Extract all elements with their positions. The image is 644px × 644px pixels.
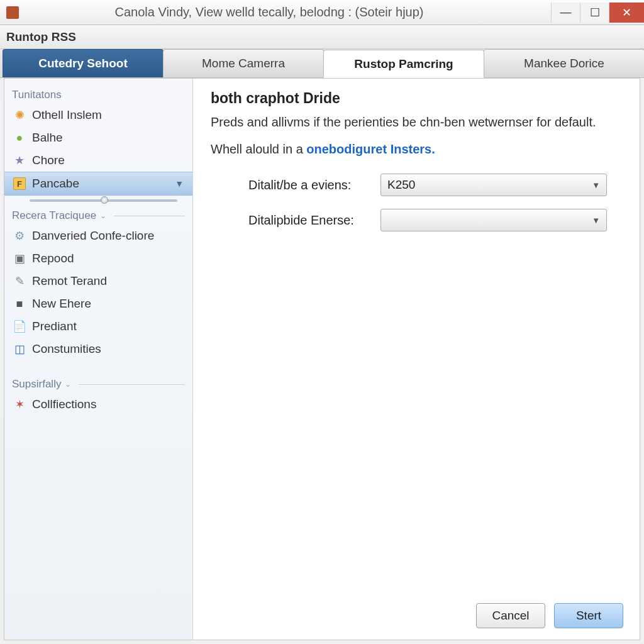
square-icon: ■ — [13, 297, 26, 310]
sidebar: Tunitatons ✺ Othell Inslem ● Balhe ★ Cho… — [4, 79, 193, 640]
sidebar-item-collfiections[interactable]: ✶ Collfiections — [4, 393, 192, 416]
sparkle-icon: ✶ — [13, 398, 26, 411]
tab-rustop-pamcring[interactable]: Rustop Pamcring — [323, 50, 484, 78]
sidebar-item-label: Balhe — [32, 131, 63, 145]
divider — [114, 216, 185, 216]
page-subline: Whell alould in a onebodiguret Insters. — [211, 140, 622, 158]
sidebar-item-label: Repood — [32, 252, 74, 265]
sidebar-item-label: Prediant — [32, 319, 77, 333]
sidebar-item-label: Danveried Confe-cliore — [32, 229, 154, 243]
cancel-button[interactable]: Cancel — [476, 603, 545, 628]
sidebar-slider[interactable] — [30, 199, 177, 202]
pencil-icon: ✎ — [13, 275, 26, 287]
chevron-down-icon: ▼ — [592, 180, 600, 190]
page-heading: both craphot Dride — [211, 90, 622, 107]
sidebar-item-label: New Ehere — [32, 297, 91, 311]
box-icon: ◫ — [13, 343, 26, 355]
tab-mome-camerra[interactable]: Mome Camerra — [163, 49, 324, 77]
star-icon: ✺ — [13, 109, 26, 121]
gear-icon: ⚙ — [13, 230, 26, 242]
tab-mankee-dorice[interactable]: Mankee Dorice — [484, 49, 644, 77]
sidebar-item-repood[interactable]: ▣ Repood — [4, 247, 192, 270]
sidebar-item-label: Pancabe — [32, 177, 79, 191]
sidebar-item-chore[interactable]: ★ Chore — [4, 149, 192, 172]
insters-link[interactable]: onebodiguret Insters. — [306, 142, 435, 156]
sidebar-item-danveried[interactable]: ⚙ Danveried Confe-cliore — [4, 225, 192, 247]
button-label: Stert — [576, 609, 601, 623]
sidebar-item-balhe[interactable]: ● Balhe — [4, 126, 192, 149]
main-panel: both craphot Dride Preds and allivms if … — [193, 79, 640, 640]
sidebar-section-title: Tunitatons — [12, 89, 62, 101]
tab-label: Cutedry Sehoot — [38, 57, 127, 70]
sidebar-item-pancabe[interactable]: F Pancabe ▼ — [4, 172, 192, 196]
chevron-down-icon: ▼ — [175, 179, 184, 189]
slider-thumb[interactable] — [101, 196, 108, 204]
tab-label: Rustop Pamcring — [354, 57, 453, 71]
window-title: Canola Vindy, View welld tecally, belodn… — [25, 5, 551, 19]
titlebar: Canola Vindy, View welld tecally, belodn… — [0, 0, 644, 25]
combo-value: K250 — [387, 178, 415, 192]
sidebar-item-label: Collfiections — [32, 397, 96, 411]
chevron-down-icon: ▼ — [592, 216, 600, 225]
chevron-icon: ⌄ — [100, 211, 106, 220]
subline-text: Whell alould in a — [211, 142, 306, 156]
dot-icon: ● — [13, 131, 26, 144]
sidebar-section-title: Recera Traciquee — [12, 209, 96, 222]
sidebar-item-constumities[interactable]: ◫ Constumities — [4, 338, 192, 360]
window-controls: — ☐ ✕ — [551, 3, 644, 23]
tab-label: Mome Camerra — [202, 57, 285, 70]
tab-cutedry-sehoot[interactable]: Cutedry Sehoot — [3, 49, 164, 77]
footer-buttons: Cancel Stert — [476, 603, 623, 628]
tab-label: Mankee Dorice — [524, 57, 604, 70]
chevron-icon: ⌄ — [65, 380, 71, 389]
tab-bar: Cutedry Sehoot Mome Camerra Rustop Pamcr… — [0, 49, 644, 78]
close-button[interactable]: ✕ — [609, 3, 644, 23]
sidebar-section-recera: Recera Traciquee ⌄ — [4, 203, 192, 225]
maximize-button[interactable]: ☐ — [580, 3, 609, 23]
app-icon — [6, 6, 19, 19]
app-window: Canola Vindy, View welld tecally, belodn… — [0, 0, 644, 644]
toolbar: Runtop RSS — [0, 25, 644, 49]
body: Tunitatons ✺ Othell Inslem ● Balhe ★ Cho… — [4, 78, 640, 640]
enerse-combo[interactable]: ▼ — [380, 209, 607, 231]
image-icon: ▣ — [13, 252, 26, 265]
form-row-eviens: Ditalit/be a eviens: K250 ▼ — [211, 174, 622, 196]
sidebar-item-label: Remot Terand — [32, 274, 107, 288]
sidebar-item-label: Constumities — [32, 342, 101, 356]
toolbar-label: Runtop RSS — [6, 30, 76, 44]
page-description: Preds and allivms if the perienties be c… — [211, 113, 622, 131]
sidebar-item-new-ehere[interactable]: ■ New Ehere — [4, 292, 192, 315]
divider — [79, 384, 185, 385]
sidebar-item-othell-inslem[interactable]: ✺ Othell Inslem — [4, 104, 192, 126]
form-row-enerse: Ditalipbide Enerse: ▼ — [211, 209, 622, 231]
minimize-button[interactable]: — — [551, 3, 580, 23]
sidebar-section-title: Supsirfally — [12, 378, 61, 391]
star-icon: ★ — [13, 154, 26, 167]
button-label: Cancel — [492, 609, 529, 623]
sidebar-item-label: Chore — [32, 153, 65, 167]
document-icon: 📄 — [13, 320, 26, 333]
sidebar-section-supsirfally: Supsirfally ⌄ — [4, 372, 192, 393]
sidebar-item-prediant[interactable]: 📄 Prediant — [4, 315, 192, 338]
f-icon: F — [13, 177, 26, 190]
sidebar-item-remot-terand[interactable]: ✎ Remot Terand — [4, 270, 192, 292]
sidebar-section-tunitatons: Tunitatons — [4, 82, 192, 104]
start-button[interactable]: Stert — [554, 603, 623, 628]
enerse-label: Ditalipbide Enerse: — [248, 213, 380, 228]
sidebar-item-label: Othell Inslem — [32, 108, 102, 122]
eviens-combo[interactable]: K250 ▼ — [380, 174, 607, 196]
eviens-label: Ditalit/be a eviens: — [248, 178, 380, 192]
